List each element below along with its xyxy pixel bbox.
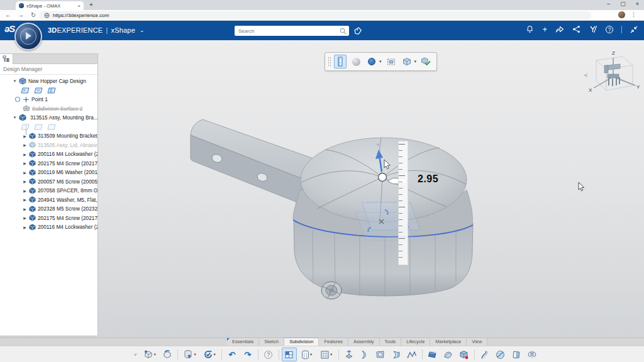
frame-surface-button[interactable] (373, 348, 388, 361)
close-tab-icon[interactable]: × (77, 3, 80, 9)
axis-x-label[interactable]: X (589, 87, 592, 93)
dimension-ruler[interactable] (398, 141, 408, 265)
cylinder-primitive-button[interactable]: ▾ (297, 348, 316, 361)
expand-caret-icon[interactable]: ▶ (23, 161, 27, 165)
expand-caret-icon[interactable]: ▼ (13, 116, 17, 119)
tree-item[interactable]: ▶ 313509 Mounting Bracket, (0, 131, 97, 141)
toolbar-drag-handle[interactable] (328, 57, 331, 67)
symmetry-button[interactable] (525, 348, 540, 361)
plane-xy-icon[interactable] (21, 87, 30, 94)
polyline-button[interactable] (404, 348, 419, 361)
flat-surface-button[interactable] (425, 348, 440, 361)
shell-surface-button[interactable] (389, 348, 404, 361)
sphere-primitive-button[interactable]: ▾ (317, 348, 336, 361)
update-part-button[interactable] (160, 348, 175, 361)
measure-tool-button[interactable] (334, 55, 347, 69)
help-icon[interactable]: ? (606, 26, 613, 33)
expand-caret-icon[interactable]: ▶ (23, 197, 27, 202)
expand-caret-icon[interactable]: ▶ (23, 179, 27, 184)
plane-xy-icon[interactable] (21, 124, 30, 130)
tab-marketplace[interactable]: Marketplace (430, 338, 467, 346)
notifications-bell-icon[interactable] (526, 25, 534, 33)
global-search[interactable] (235, 26, 349, 36)
split-sphere-button[interactable] (493, 348, 508, 361)
collapse-window-icon[interactable] (630, 26, 638, 33)
tree-item[interactable]: ▶ 200119 M6 Washer (20011... (0, 168, 97, 177)
expand-caret-icon[interactable]: ▶ (23, 216, 27, 220)
bend-surface-button[interactable] (357, 348, 372, 361)
navigation-cube[interactable]: Z X Y (584, 49, 641, 97)
view-cube-caret-icon[interactable]: ▾ (414, 59, 417, 64)
help-button[interactable]: ? (261, 348, 276, 361)
compass-collapse-chevron[interactable]: < (584, 72, 587, 79)
extrude-face-button[interactable] (341, 348, 357, 361)
3dexperience-compass-button[interactable] (14, 23, 42, 50)
view-cube-button[interactable] (401, 55, 413, 69)
redo-button[interactable]: ↷ (240, 348, 255, 361)
tree-item[interactable]: ▶ 207058 SPACER, 8mm OD... (0, 186, 97, 195)
tab-sketch[interactable]: Sketch (259, 338, 284, 346)
forward-button[interactable]: → (18, 11, 25, 18)
tree-node-assembly[interactable]: ▼ 313515 Assy, Mounting Bra... (0, 113, 97, 123)
tree-item[interactable]: ▶ 200116 M4 Lockwasher (20... (0, 150, 97, 159)
shaded-view-button[interactable] (350, 55, 362, 69)
render-style-caret-icon[interactable]: ▾ (379, 59, 382, 64)
browser-menu-icon[interactable]: ⋮ (631, 11, 636, 18)
tree-node-point[interactable]: Point 1 (0, 95, 97, 104)
add-content-icon[interactable]: + (542, 25, 547, 33)
round-surface-button[interactable] (441, 348, 456, 361)
expand-caret-icon[interactable]: ▼ (13, 79, 17, 83)
search-icon[interactable] (340, 28, 347, 35)
tree-item[interactable]: ▶ 200057 M6 Screw (200057... (0, 177, 97, 187)
plane-yz-icon[interactable] (34, 87, 43, 94)
expand-caret-icon[interactable]: ▶ (23, 152, 27, 156)
refresh-status-button[interactable]: ▾ (200, 348, 219, 361)
axis-z-label[interactable]: Z (612, 50, 615, 56)
offset-planes-button[interactable] (509, 348, 524, 361)
address-bar[interactable]: https://3dexperience.com (39, 11, 591, 19)
tree-item[interactable]: ▶ 202175 M4 Screw (202175... (0, 159, 97, 168)
back-button[interactable]: ← (5, 11, 11, 18)
tab-lifecycle[interactable]: Lifecycle (401, 338, 430, 346)
tree-node-subdivision-surface[interactable]: Subdivision Surface 2 (0, 104, 97, 114)
expand-caret-icon[interactable]: ▶ (23, 225, 27, 229)
expand-caret-icon[interactable]: ▶ (23, 143, 27, 147)
expand-caret-icon[interactable]: ▶ (23, 189, 27, 193)
tree-item[interactable]: ▶ 200116 M4 Lockwasher (20... (0, 222, 97, 232)
undo-button[interactable]: ↶ (225, 348, 240, 361)
insert-mesh-button[interactable] (457, 348, 472, 361)
curve-button[interactable] (477, 348, 492, 361)
frame-select-button[interactable] (385, 55, 397, 69)
swym-community-icon[interactable] (589, 25, 597, 33)
expand-caret-icon[interactable]: ▶ (23, 170, 27, 175)
toolbar-overflow-chevron[interactable]: ˅ (134, 352, 137, 358)
new-tab-button[interactable]: + (89, 1, 93, 8)
tree-item[interactable]: ▶ 202328 M5 Screw (202328... (0, 204, 97, 214)
tab-view[interactable]: View (467, 338, 487, 346)
browser-tab[interactable]: xShape - OMAX × (16, 1, 84, 10)
refresh-button[interactable]: ↻ (31, 11, 36, 18)
search-input[interactable] (238, 28, 340, 34)
validate-button[interactable] (419, 55, 432, 69)
tag-search-icon[interactable] (353, 26, 362, 35)
tree-item[interactable]: ▶ 202175 M4 Screw (202175... (0, 214, 97, 223)
window-close-button[interactable]: × (636, 1, 639, 7)
tree-root-node[interactable]: ▼ New Hopper Cap Design (0, 77, 97, 86)
box-primitive-button[interactable] (282, 348, 297, 361)
axis-y-label[interactable]: Y (636, 84, 640, 90)
app-switcher-chevron-icon[interactable]: ⌄ (140, 27, 145, 33)
tree-item[interactable]: ▶ 204941 Washer, M5, Flat, S... (0, 195, 97, 205)
tab-design-manager[interactable] (0, 54, 13, 64)
share-forward-icon[interactable] (555, 25, 564, 33)
window-maximize-button[interactable]: ▢ (620, 1, 626, 7)
tab-essentials[interactable]: Essentials (227, 338, 259, 346)
tab-subdivision[interactable]: Subdivision (284, 337, 319, 346)
tab-assembly[interactable]: Assembly (348, 338, 380, 346)
share-network-icon[interactable] (572, 25, 580, 33)
new-part-button[interactable]: ▾ (140, 348, 159, 361)
tree-item[interactable]: ▶ 313505 Assy, Lid, Abrasive (0, 141, 97, 150)
save-to-database-button[interactable]: ▾ (180, 348, 199, 361)
tab-features[interactable]: Features (319, 338, 348, 346)
tab-tools[interactable]: Tools (380, 338, 402, 346)
expand-caret-icon[interactable]: ▶ (23, 207, 27, 211)
